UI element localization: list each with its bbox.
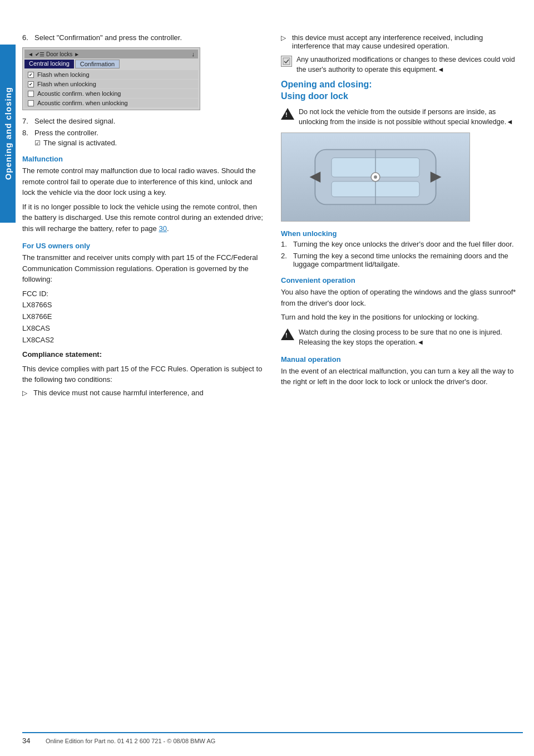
step-6-text: Select "Confirmation" and press the cont…	[34, 33, 264, 42]
idrive-menu: ◄ ✔☰ Door locks ► ↓ Central locking Conf…	[22, 47, 200, 110]
idrive-header: ◄ ✔☰ Door locks ► ↓	[24, 50, 198, 58]
bullet-2: ▷ this device must accept any interferen…	[281, 33, 523, 50]
signal-activated-line: ☑ The signal is activated.	[34, 139, 264, 147]
malfunction-p2-text: If it is no longer possible to lock the …	[22, 203, 263, 233]
convenient-p2: Turn and hold the key in the positions f…	[281, 312, 523, 323]
side-tab-label: Opening and closing	[3, 87, 13, 180]
idrive-item-2: Flash when unlocking	[24, 80, 198, 89]
door-svg	[281, 133, 469, 221]
content-area: 6. Select "Confirmation" and press the c…	[22, 0, 523, 433]
page-footer: 34 Online Edition for Part no. 01 41 2 6…	[22, 732, 523, 745]
warning-box-door-lock: Do not lock the vehicle from the outside…	[281, 107, 523, 127]
section-heading-line2: Using door lock	[281, 91, 348, 101]
svg-point-9	[374, 175, 377, 179]
convenient-heading: Convenient operation	[281, 276, 523, 284]
warning-triangle-icon-2	[281, 328, 294, 340]
page-number: 34	[22, 737, 39, 745]
note-svg	[283, 57, 290, 65]
bullet-2-text: this device must accept any interference…	[292, 33, 523, 50]
page-container: Opening and closing 6. Select "Confirmat…	[0, 0, 534, 756]
compliance-heading: Compliance statement:	[22, 349, 264, 360]
idrive-item-4-label: Acoustic confirm. when unlocking	[37, 100, 128, 106]
door-lock-image	[281, 132, 470, 222]
malfunction-p2: If it is no longer possible to lock the …	[22, 202, 264, 234]
step-8-num: 8.	[22, 129, 31, 147]
step-6-num: 6.	[22, 33, 31, 42]
side-tab: Opening and closing	[0, 45, 16, 223]
fcc-line-5: LX8CAS2	[22, 335, 264, 346]
nav-left-arrow: ◄	[28, 51, 33, 57]
fcc-line-2: LX8766S	[22, 300, 264, 311]
checkbox-acoustic-locking	[28, 91, 34, 97]
fcc-block: FCC ID: LX8766S LX8766E LX8CAS LX8CAS2	[22, 288, 264, 346]
left-column: 6. Select "Confirmation" and press the c…	[22, 33, 264, 400]
step-6: 6. Select "Confirmation" and press the c…	[22, 33, 264, 42]
idrive-item-1-label: Flash when locking	[37, 71, 90, 78]
unlock-step-2-num: 2.	[281, 252, 290, 268]
unlock-step-2-text: Turning the key a second time unlocks th…	[293, 252, 523, 268]
step-8-text: Press the controller.	[34, 129, 98, 137]
malfunction-p2-end: .	[167, 224, 169, 233]
right-column: ▷ this device must accept any interferen…	[281, 33, 523, 400]
signal-activated-text: The signal is activated.	[43, 139, 117, 147]
step-7-text: Select the desired signal.	[34, 117, 264, 125]
nav-down-arrow: ↓	[192, 51, 195, 57]
compliance-heading-strong: Compliance statement:	[22, 350, 102, 359]
compliance-p1: This device complies with part 15 of the…	[22, 364, 264, 385]
nav-icon: ✔☰	[35, 51, 44, 57]
for-us-p1: The transmitter and receiver units compl…	[22, 252, 264, 285]
convenient-p1: You also have the option of operating th…	[281, 287, 523, 308]
idrive-item-3-label: Acoustic confirm. when locking	[37, 90, 121, 97]
idrive-item-4: Acoustic confirm. when unlocking	[24, 99, 198, 107]
convenient-warning-text: Watch during the closing process to be s…	[299, 327, 523, 347]
footer-text: Online Edition for Part no. 01 41 2 600 …	[46, 738, 215, 744]
warning-door-lock-text: Do not lock the vehicle from the outside…	[299, 107, 523, 127]
when-unlocking-heading: When unlocking	[281, 229, 523, 238]
tab-central-locking: Central locking	[24, 60, 74, 68]
fcc-line-1: FCC ID:	[22, 288, 264, 300]
bullet-1-text: This device must not cause harmful inter…	[33, 389, 204, 397]
step-7-num: 7.	[22, 117, 31, 125]
bullet-1: ▷ This device must not cause harmful int…	[22, 389, 264, 397]
checkbox-acoustic-unlocking	[28, 100, 34, 106]
unlock-step-2: 2. Turning the key a second time unlocks…	[281, 252, 523, 268]
checkbox-flash-unlocking	[28, 81, 34, 87]
svg-rect-0	[283, 58, 290, 65]
checkbox-flash-locking	[28, 72, 34, 78]
warning-box-closing: Watch during the closing process to be s…	[281, 327, 523, 347]
fcc-line-3: LX8766E	[22, 311, 264, 323]
for-us-heading: For US owners only	[22, 242, 264, 250]
idrive-nav: ◄ ✔☰ Door locks ►	[28, 51, 80, 57]
note-icon	[281, 56, 292, 67]
section-heading-door-lock: Opening and closing: Using door lock	[281, 79, 523, 102]
idrive-item-3: Acoustic confirm. when locking	[24, 89, 198, 98]
malfunction-page-ref[interactable]: 30	[159, 224, 166, 233]
nav-title: Door locks	[46, 51, 72, 57]
step-8: 8. Press the controller. ☑ The signal is…	[22, 129, 264, 147]
unlock-step-1-num: 1.	[281, 240, 290, 248]
malfunction-p1: The remote control may malfunction due t…	[22, 165, 264, 198]
two-col-layout: 6. Select "Confirmation" and press the c…	[22, 33, 523, 400]
nav-right-arrow: ►	[74, 51, 80, 57]
unlock-step-1: 1. Turning the key once unlocks the driv…	[281, 240, 523, 248]
manual-operation-heading: Manual operation	[281, 355, 523, 364]
manual-p1: In the event of an electrical malfunctio…	[281, 366, 523, 387]
idrive-tabs: Central locking Confirmation	[24, 60, 198, 68]
bullet-1-arrow: ▷	[22, 389, 30, 397]
unlock-step-1-text: Turning the key once unlocks the driver'…	[293, 240, 523, 248]
idrive-item-1: Flash when locking	[24, 70, 198, 79]
fcc-line-4: LX8CAS	[22, 323, 264, 335]
section-heading-line1: Opening and closing:	[281, 80, 372, 89]
note-box: Any unauthorized modifications or change…	[281, 55, 523, 75]
malfunction-heading: Malfunction	[22, 155, 264, 163]
step-8-content: Press the controller. ☑ The signal is ac…	[34, 129, 264, 147]
tab-confirmation: Confirmation	[75, 60, 120, 68]
checkmark-icon: ☑	[34, 139, 41, 147]
step-7: 7. Select the desired signal.	[22, 117, 264, 125]
note-text: Any unauthorized modifications or change…	[296, 55, 523, 75]
warning-triangle-icon	[281, 108, 294, 120]
bullet-2-arrow: ▷	[281, 34, 289, 50]
idrive-item-2-label: Flash when unlocking	[37, 81, 96, 87]
door-image-inner	[281, 133, 469, 221]
